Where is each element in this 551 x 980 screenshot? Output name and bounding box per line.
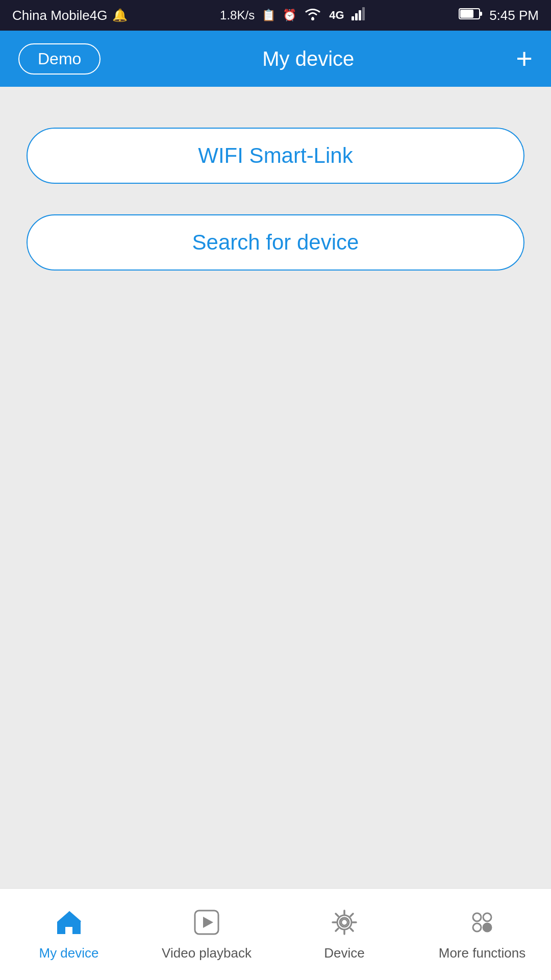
- nav-label-my-device: My device: [39, 945, 98, 961]
- home-icon: [54, 908, 84, 941]
- nav-item-video-playback[interactable]: Video playback: [138, 908, 276, 961]
- svg-point-16: [483, 923, 491, 932]
- main-content: WIFI Smart-Link Search for device: [0, 87, 551, 888]
- wifi-smart-link-button[interactable]: WIFI Smart-Link: [27, 128, 524, 184]
- gear-icon: [330, 908, 359, 941]
- sim-icon: 📋: [262, 9, 276, 22]
- search-device-button[interactable]: Search for device: [27, 214, 524, 271]
- nav-label-video-playback: Video playback: [162, 945, 252, 961]
- svg-marker-9: [203, 917, 213, 928]
- svg-rect-7: [480, 12, 482, 16]
- status-center: 1.8K/s 📋 ⏰ 4G: [220, 7, 366, 24]
- bell-icon: 🔔: [112, 8, 128, 22]
- nav-label-device: Device: [324, 945, 364, 961]
- svg-rect-4: [362, 7, 365, 20]
- status-right: 5:45 PM: [459, 7, 539, 24]
- svg-rect-3: [359, 10, 361, 20]
- svg-point-0: [311, 17, 314, 20]
- svg-point-15: [473, 923, 481, 932]
- svg-point-13: [473, 913, 481, 921]
- status-left: China Mobile4G 🔔: [12, 8, 128, 23]
- bottom-nav: My device Video playback Device: [0, 888, 551, 980]
- svg-point-12: [341, 919, 347, 925]
- wifi-icon: [304, 7, 322, 24]
- add-device-button[interactable]: +: [516, 44, 533, 73]
- status-bar: China Mobile4G 🔔 1.8K/s 📋 ⏰ 4G: [0, 0, 551, 31]
- header: Demo My device +: [0, 31, 551, 87]
- demo-button[interactable]: Demo: [18, 43, 101, 75]
- signal-icon: [352, 7, 367, 24]
- svg-point-14: [483, 913, 491, 921]
- more-dots-icon: [467, 908, 497, 941]
- network-speed: 1.8K/s: [220, 8, 255, 22]
- nav-item-more-functions[interactable]: More functions: [413, 908, 551, 961]
- page-title: My device: [101, 47, 516, 70]
- battery-icon: [459, 7, 483, 24]
- play-icon: [192, 908, 221, 941]
- carrier-label: China Mobile4G: [12, 8, 107, 23]
- nav-label-more-functions: More functions: [439, 945, 526, 961]
- svg-rect-2: [355, 13, 358, 20]
- nav-item-my-device[interactable]: My device: [0, 908, 138, 961]
- 4g-icon: 4G: [329, 9, 344, 22]
- nav-item-device[interactable]: Device: [276, 908, 413, 961]
- svg-rect-1: [352, 16, 354, 20]
- svg-rect-6: [460, 10, 473, 18]
- alarm-icon: ⏰: [283, 9, 296, 22]
- clock-label: 5:45 PM: [489, 8, 539, 23]
